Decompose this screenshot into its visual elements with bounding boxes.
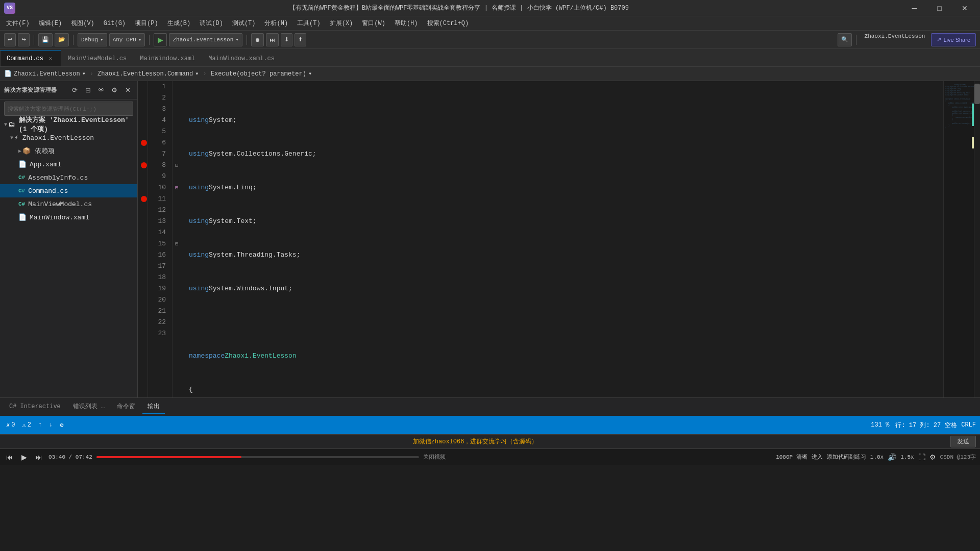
menu-edit[interactable]: 编辑(E) [35,18,66,29]
startup-project-dropdown[interactable]: Zhaoxi.EventLesson ▾ [169,33,242,46]
menu-tools[interactable]: 工具(T) [293,18,325,29]
tab-command-cs[interactable]: Command.cs ✕ [0,50,61,66]
bp-row-14 [138,126,148,137]
bp-row-13 [138,115,148,126]
video-resolution: 1080P 清晰 [776,453,807,461]
mainviewmodel-cs-node[interactable]: C# MainViewModel.cs [0,197,137,211]
show-all-files-button[interactable]: 👁 [95,85,107,96]
menu-search[interactable]: 搜索(Ctrl+Q) [423,18,473,29]
status-navigate-down[interactable]: ↓ [47,421,55,429]
solution-node[interactable]: ▼ 🗂 解决方案 'Zhaoxi.EventLesson' (1 个项) [0,118,137,131]
toolbar-step-over[interactable]: ⏭ [266,33,279,46]
toolbar-step-out[interactable]: ⬆ [295,33,306,46]
toolbar-breakpoint[interactable]: ⏺ [251,33,264,46]
video-add-code-button[interactable]: 添加代码到练习 [827,453,866,461]
menu-window[interactable]: 窗口(W) [358,18,389,29]
menu-project[interactable]: 项目(P) [131,18,162,29]
minimap-content: using System; using System.Collections.G… [944,81,974,397]
close-button[interactable]: ✕ [953,1,976,15]
menu-bar: 文件(F) 编辑(E) 视图(V) Git(G) 项目(P) 生成(B) 调试(… [0,16,980,31]
code-line-9: { [189,384,943,395]
panel-tab-output[interactable]: 输出 [142,400,165,414]
csdn-watermark: CSDN @123字 [940,453,976,461]
menu-test[interactable]: 测试(T) [228,18,260,29]
scrollbar-thumb[interactable] [974,84,980,104]
bp-row-12 [138,104,148,115]
user-account-button[interactable]: Zhaoxi.EventLesson [861,33,929,46]
maximize-button[interactable]: □ [928,1,951,15]
dependencies-node[interactable]: ▶ 📦 依赖项 [0,144,137,158]
panel-tab-error-list[interactable]: 错误列表 … [68,400,110,414]
project-nav-dropdown[interactable]: 📄 Zhaoxi.EventLesson ▾ [4,70,86,78]
bp-row-19 [138,182,148,193]
solution-search-box[interactable]: 搜索解决方案资源管理器(Ctrl+;) [4,102,133,116]
fullscreen-button[interactable]: ⛶ [918,453,925,461]
warning-icon: ⚠ [22,421,26,429]
platform-dropdown[interactable]: Any CPU ▾ [109,33,145,46]
code-editor[interactable]: using System; using System.Collections.G… [181,81,943,397]
live-share-button[interactable]: ↗ Live Share [931,33,976,46]
tab-mainviewmodel-cs[interactable]: MainViewModel.cs [61,50,133,66]
app-xaml-node[interactable]: 📄 App.xaml [0,158,137,171]
command-cs-node[interactable]: C# Command.cs [0,184,137,197]
sync-button[interactable]: ⟳ [69,85,80,96]
search-placeholder: 搜索解决方案资源管理器(Ctrl+;) [8,105,96,113]
toolbar-open[interactable]: 📂 [55,33,69,46]
menu-git[interactable]: Git(G) [100,19,130,28]
editor-area: 1 2 3 4 5 6 7 8 9 10 11 12 13 14 15 16 1… [138,81,980,397]
status-encoding: CRLF [961,421,976,429]
video-volume: 1.5x [900,454,914,460]
toolbar-undo[interactable]: ↩ [4,33,16,46]
video-play-button[interactable]: ▶ [19,452,29,462]
menu-build[interactable]: 生成(B) [163,18,195,29]
settings-icon[interactable]: ⚙ [929,453,936,461]
member-nav-dropdown[interactable]: Execute(object? parameter) ▾ [211,70,312,78]
namespace-nav-dropdown[interactable]: Zhaoxi.EventLesson.Command ▾ [97,70,199,78]
project-node[interactable]: ▼ ⚡ Zhaoxi.EventLesson [0,131,137,144]
video-progress-bar[interactable] [96,456,419,458]
menu-view[interactable]: 视图(V) [67,18,99,29]
mainwindow-xaml-node[interactable]: 📄 MainWindow.xaml [0,211,137,224]
menu-help[interactable]: 帮助(H) [390,18,422,29]
tab-mainwindow-xaml[interactable]: MainWindow.xaml [133,50,202,66]
toolbar-redo[interactable]: ↪ [18,33,30,46]
toolbar-step-into[interactable]: ⬇ [281,33,292,46]
search-button[interactable]: 🔍 [838,33,852,46]
bottom-panel: C# Interactive 错误列表 … 命令窗 输出 [0,397,980,416]
tab-close-command[interactable]: ✕ [46,55,55,63]
error-count[interactable]: ✗ 0 [4,421,17,429]
toolbar-sep-2 [73,35,74,45]
debug-config-dropdown[interactable]: Debug ▾ [78,33,107,46]
start-debug-button[interactable]: ▶ [154,33,167,46]
close-video-button[interactable]: 关闭视频 [423,453,446,461]
warning-count[interactable]: ⚠ 2 [20,421,33,429]
tab-mainwindow-xaml-cs[interactable]: MainWindow.xaml.cs [202,50,281,66]
status-navigate-up[interactable]: ↑ [36,421,44,429]
close-sidebar-button[interactable]: ✕ [122,85,133,96]
assemblyinfo-node[interactable]: C# AssemblyInfo.cs [0,171,137,184]
video-join-button[interactable]: 进入 [812,453,823,461]
send-button[interactable]: 发送 [950,436,976,447]
menu-extensions[interactable]: 扩展(X) [326,18,357,29]
video-time: 03:40 / 07:42 [48,454,92,460]
tab-label: MainWindow.xaml [140,55,195,62]
panel-tab-csharp-interactive[interactable]: C# Interactive [4,400,66,414]
menu-analyze[interactable]: 分析(N) [260,18,292,29]
code-line-5: using System.Threading.Tasks; [189,249,943,261]
video-skip-back-button[interactable]: ⏮ [4,452,15,462]
status-zoom[interactable]: 131 % [869,421,891,429]
status-right: 131 % 行: 17 列: 27 空格 CRLF [869,421,976,430]
collapse-all-button[interactable]: ⊟ [82,85,93,96]
video-skip-forward-button[interactable]: ⏭ [33,452,44,462]
volume-icon[interactable]: 🔊 [888,453,896,461]
menu-debug[interactable]: 调试(D) [195,18,227,29]
panel-tab-command[interactable]: 命令窗 [112,400,140,414]
bp-row-18 [138,171,148,182]
status-filter[interactable]: ⚙ [58,421,65,429]
minimize-button[interactable]: ─ [903,1,926,15]
vertical-scrollbar[interactable] [974,81,980,397]
menu-file[interactable]: 文件(F) [2,18,34,29]
editor-content[interactable]: 1 2 3 4 5 6 7 8 9 10 11 12 13 14 15 16 1… [138,81,980,397]
toolbar-save[interactable]: 💾 [38,33,53,46]
properties-button[interactable]: ⚙ [109,85,120,96]
